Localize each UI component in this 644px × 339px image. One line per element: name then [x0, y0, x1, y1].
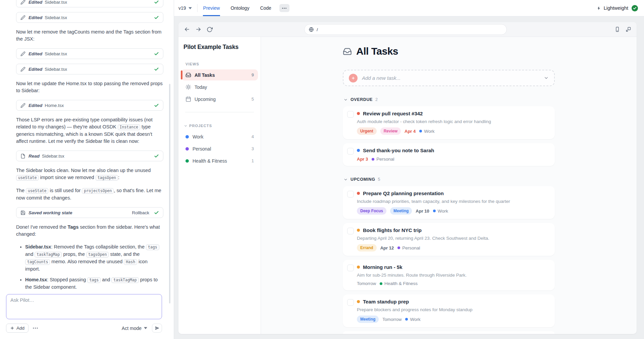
sidebar-item-today[interactable]: Today [181, 81, 258, 93]
priority-dot [357, 266, 360, 269]
plus-icon [10, 326, 14, 330]
runtime-selector[interactable]: Lightweight [597, 5, 628, 11]
inline-code: useState [26, 188, 48, 194]
sidebar-item-all-tasks[interactable]: All Tasks9 [181, 69, 258, 80]
check-icon [154, 103, 159, 108]
task-card[interactable]: Book flights for NYC tripDeparting April… [343, 223, 555, 256]
calendar-icon [185, 96, 191, 102]
task-description: Auth module refactor - check token refre… [357, 119, 550, 124]
mode-selector[interactable]: Act mode [122, 326, 147, 331]
task-card[interactable]: Team standup prepPrepare blockers and pr… [343, 294, 555, 327]
task-card[interactable]: Morning run - 5kAim for sub-25 minutes. … [343, 260, 555, 290]
globe-icon [309, 27, 314, 32]
inline-code: projectsOpen [82, 188, 114, 194]
task-project: Work [405, 317, 420, 322]
tool-file-name: Home.tsx [45, 103, 64, 108]
pencil-icon [20, 0, 25, 5]
inline-code: useState [16, 175, 39, 181]
tool-call-card[interactable]: ReadSidebar.tsx [16, 151, 163, 161]
task-checkbox[interactable] [347, 191, 354, 197]
tool-call-card[interactable]: EditedSidebar.tsx [16, 12, 163, 23]
project-color-dot [433, 210, 436, 212]
task-checkbox[interactable] [347, 299, 354, 306]
chevron-down-icon[interactable] [343, 98, 348, 102]
topbar-right: Lightweight [597, 0, 644, 16]
task-checkbox[interactable] [347, 265, 354, 271]
mobile-view-icon[interactable] [614, 26, 620, 32]
inbox-icon [343, 47, 352, 56]
add-task-plus-icon [349, 74, 358, 82]
version-picker[interactable]: v19 [174, 0, 197, 16]
task-checkbox[interactable] [347, 111, 354, 118]
sidebar-divider [185, 112, 254, 112]
add-attachment-button[interactable]: Add [6, 324, 29, 333]
section-name: OVERDUE [351, 97, 373, 102]
projects-section-label[interactable]: PROJECTS [184, 124, 258, 128]
tool-call-card[interactable]: EditedSidebar.tsx [16, 48, 163, 59]
task-title: Send thank-you note to Sarah [363, 148, 434, 153]
url-input[interactable] [317, 27, 502, 32]
sidebar-item-work[interactable]: Work4 [181, 131, 258, 142]
tag-badge: Meeting [357, 316, 379, 323]
assistant-message: Now let me remove the tagCounts memo and… [16, 29, 163, 43]
chevron-down-icon [144, 327, 147, 329]
chat-scrollbar[interactable] [169, 84, 170, 303]
task-description: Include roadmap priorities, team capacit… [357, 199, 550, 204]
add-task-input[interactable] [362, 75, 544, 81]
tab-ontology[interactable]: Ontology [230, 0, 250, 16]
add-task-field[interactable] [343, 70, 555, 86]
task-checkbox[interactable] [347, 148, 354, 155]
app-main: All Tasks OVERDUE2Review pull request #3 [261, 37, 637, 334]
tab-code[interactable]: Code [260, 0, 271, 16]
chat-input[interactable] [6, 294, 162, 319]
view-label: Today [195, 84, 207, 90]
task-checkbox[interactable] [347, 228, 354, 234]
check-icon [154, 51, 159, 56]
tab-preview[interactable]: Preview [203, 0, 220, 16]
project-label: Personal [193, 146, 211, 152]
open-in-window-icon[interactable] [626, 26, 631, 32]
send-button[interactable] [152, 324, 162, 333]
project-color-dot [185, 135, 189, 138]
tool-call-card[interactable]: EditedSidebar.tsx [16, 0, 163, 7]
tool-file-name: Sidebar.tsx [45, 15, 67, 20]
more-tabs-button[interactable] [279, 4, 289, 12]
chevron-down-icon[interactable] [544, 75, 549, 80]
task-card[interactable]: Review pull request #342Auth module refa… [343, 106, 555, 139]
rollback-link[interactable]: Rollback [132, 210, 149, 215]
task-body: Morning run - 5kAim for sub-25 minutes. … [357, 264, 550, 286]
task-card-partial [343, 331, 555, 334]
tool-call-card[interactable]: EditedHome.tsx [16, 100, 163, 111]
sidebar-item-upcoming[interactable]: Upcoming5 [181, 94, 258, 105]
workspace-pane: v19 Preview Ontology Code [174, 0, 644, 339]
composer: Add Act mode [6, 294, 162, 339]
forward-icon[interactable] [195, 26, 202, 33]
task-card[interactable]: Send thank-you note to SarahApr 3Persona… [343, 143, 555, 166]
check-icon [154, 67, 159, 72]
task-card[interactable]: Prepare Q2 planning presentationInclude … [343, 186, 555, 219]
preview-browser-bar [178, 22, 637, 37]
assistant-message: The useState is still used for projectsO… [16, 187, 163, 202]
task-meta-row: MeetingTomorrowWork [357, 316, 550, 323]
sidebar-item-personal[interactable]: Personal3 [181, 143, 258, 154]
tool-action-label: Edited [29, 0, 42, 5]
check-icon [154, 0, 159, 5]
tag-badge: Errand [357, 244, 377, 251]
sidebar-item-health-fitness[interactable]: Health & Fitness1 [181, 155, 258, 166]
task-due-date: Apr 4 [405, 129, 416, 134]
tool-call-card[interactable]: Saved working stateRollback [16, 207, 163, 218]
browser-bar-actions [614, 26, 631, 32]
tool-file-name: Sidebar.tsx [42, 154, 64, 159]
back-icon[interactable] [184, 26, 190, 33]
more-options-icon[interactable] [33, 325, 38, 331]
chat-panel: EditedSidebar.tsxEditedSidebar.tsxNow le… [0, 0, 174, 339]
priority-dot [357, 229, 360, 232]
refresh-icon[interactable] [207, 26, 213, 33]
tool-call-card[interactable]: EditedSidebar.tsx [16, 64, 163, 74]
tool-action-label: Edited [29, 103, 42, 108]
project-color-dot [185, 159, 189, 163]
tag-badge: Review [380, 127, 401, 135]
address-bar[interactable] [304, 24, 507, 35]
view-label: Upcoming [195, 97, 216, 102]
chevron-down-icon[interactable] [343, 177, 348, 182]
